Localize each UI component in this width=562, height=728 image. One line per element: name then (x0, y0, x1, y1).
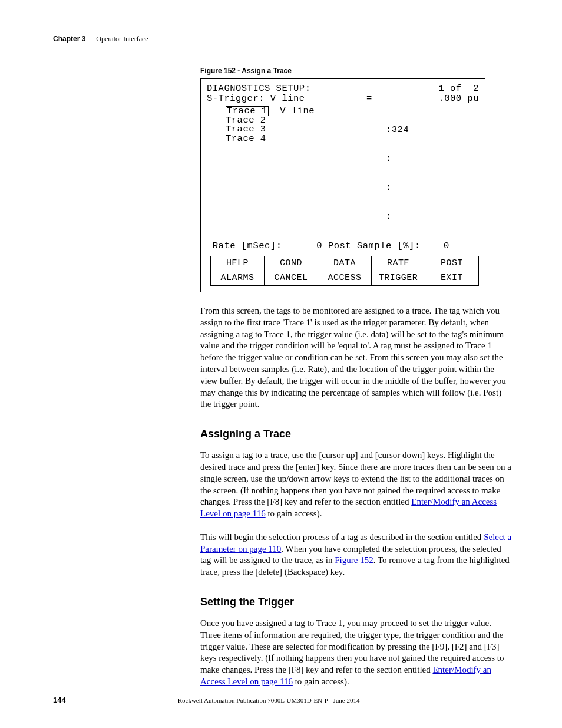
assign-p1-tail: to gain access). (266, 509, 322, 518)
fkey-row-1: HELP COND DATA RATE POST (211, 256, 479, 271)
heading-assigning-trace: Assigning a Trace (200, 428, 513, 440)
trigger-value: .000 pu (438, 94, 479, 104)
fkey-rate[interactable]: RATE (372, 256, 425, 271)
trace-list: Trace 1 V line Trace 2 Trace 3 Trace 4 (226, 106, 315, 143)
trace-list-row: Trace 1 V line Trace 2 Trace 3 Trace 4 :… (207, 104, 479, 241)
rate-row: Rate [mSec]: 0 Post Sample [%]: 0 (207, 241, 479, 251)
header-rule (53, 32, 509, 32)
trigger-p-tail: to gain access). (293, 677, 349, 686)
fkey-cancel[interactable]: CANCEL (265, 271, 318, 285)
fkey-help[interactable]: HELP (211, 256, 265, 271)
assign-paragraph-1: To assign a tag to a trace, use the [cur… (200, 450, 513, 520)
terminal-title-row: DIAGNOSTICS SETUP: 1 of 2 (207, 84, 479, 94)
rate-value: 0 (316, 241, 322, 251)
fkey-row-2: ALARMS CANCEL ACCESS TRIGGER EXIT (211, 271, 479, 285)
content-column: Figure 152 - Assign a Trace DIAGNOSTICS … (200, 67, 513, 687)
fkey-alarms[interactable]: ALARMS (211, 271, 265, 285)
page-number: 144 (53, 696, 66, 704)
intro-paragraph: From this screen, the tags to be monitor… (200, 305, 513, 410)
fkey-cond[interactable]: COND (265, 256, 318, 271)
fkey-grid: HELP COND DATA RATE POST ALARMS CANCEL A… (210, 256, 479, 286)
fkey-data[interactable]: DATA (318, 256, 372, 271)
trigger-row: S-Trigger: V line = .000 pu (207, 94, 479, 104)
trace-1-id: :324 (386, 124, 409, 135)
running-header: Chapter 3 Operator Interface (53, 35, 509, 43)
page-indicator: 1 of 2 (438, 84, 479, 94)
assign-paragraph-2: This will begin the selection process of… (200, 532, 513, 578)
trace-3-id: : (386, 183, 444, 193)
fkey-exit[interactable]: EXIT (425, 271, 479, 285)
trigger-eq: = (366, 94, 372, 104)
chapter-label: Chapter 3 (53, 35, 85, 43)
trace-4-id: : (386, 212, 444, 222)
fkey-post[interactable]: POST (425, 256, 479, 271)
trigger-paragraph: Once you have assigned a tag to Trace 1,… (200, 618, 513, 688)
trigger-label: S-Trigger: V line (207, 94, 305, 104)
footer: 144 Rockwell Automation Publication 7000… (53, 696, 509, 704)
fkey-access[interactable]: ACCESS (318, 271, 372, 285)
heading-setting-trigger: Setting the Trigger (200, 596, 513, 608)
trace-4-label[interactable]: Trace 4 (226, 134, 315, 144)
publication-info: Rockwell Automation Publication 7000L-UM… (178, 697, 360, 704)
trace-id-col: :324 : : : (386, 106, 444, 241)
trace-2-id: : (386, 154, 444, 164)
trace-1-tag: V line (269, 106, 315, 116)
link-figure-152[interactable]: Figure 152 (335, 555, 373, 565)
rate-label: Rate [mSec]: (213, 241, 282, 251)
post-value: 0 (444, 241, 449, 251)
fkey-trigger[interactable]: TRIGGER (372, 271, 425, 285)
figure-caption: Figure 152 - Assign a Trace (200, 67, 513, 75)
assign-p2-text1: This will begin the selection process of… (200, 532, 484, 542)
post-label: Post Sample [%]: (328, 241, 421, 251)
terminal-figure: DIAGNOSTICS SETUP: 1 of 2 S-Trigger: V l… (200, 78, 485, 292)
terminal-title: DIAGNOSTICS SETUP: (207, 84, 310, 94)
page: Chapter 3 Operator Interface Figure 152 … (0, 0, 562, 728)
chapter-title: Operator Interface (96, 35, 148, 43)
